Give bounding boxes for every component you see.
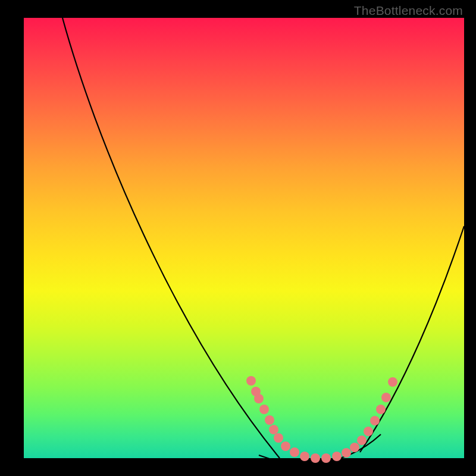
valley-dot [254,394,264,403]
valley-dot [300,452,309,461]
valley-dot [364,427,373,436]
chart-svg [24,18,464,458]
valley-dot [311,453,320,463]
valley-dot [281,441,290,451]
watermark-text: TheBottleneck.com [354,4,463,18]
valley-dot [332,452,342,461]
valley-dot [259,405,269,414]
valley-dot [342,448,351,458]
valley-dot [376,405,386,414]
valley-dot [388,377,397,387]
valley-dot [265,415,274,425]
valley-dot [321,453,331,463]
plot-area [24,18,464,458]
valley-dot [357,436,367,445]
curve-left [62,18,280,458]
valley-dot [246,376,256,386]
valley-dot [274,433,283,443]
valley-dot [381,393,391,402]
valley-dot [370,416,380,425]
valley-dot [269,425,278,434]
valley-dot [350,443,359,452]
valley-dot [290,447,299,457]
valley-dots-group [246,376,397,463]
frame: TheBottleneck.com [0,0,476,476]
